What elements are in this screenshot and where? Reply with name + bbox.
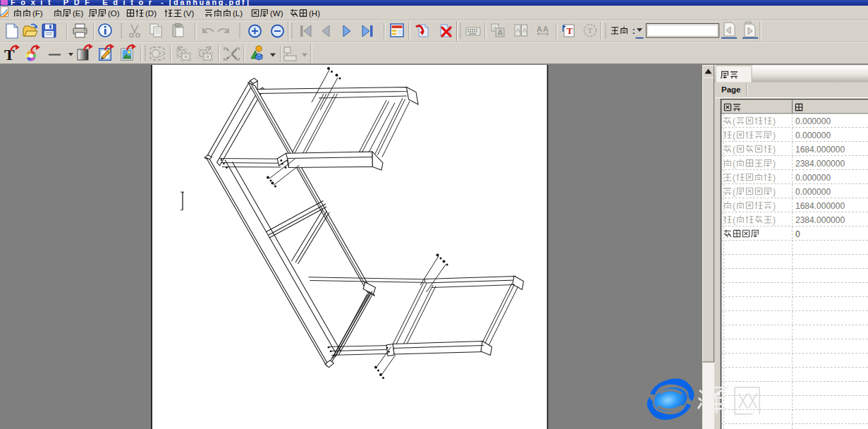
svg-text:): ) — [773, 116, 776, 126]
svg-text:(: ( — [733, 145, 735, 155]
svg-text:(D): (D) — [145, 9, 157, 18]
svg-text:): ) — [773, 173, 776, 183]
svg-text:A: A — [498, 28, 503, 37]
svg-text:(V): (V) — [183, 9, 195, 18]
svg-text:1684.000000: 1684.000000 — [795, 201, 845, 211]
svg-text:A: A — [516, 27, 520, 34]
svg-text:2384.000000: 2384.000000 — [795, 159, 845, 169]
svg-text:0.000000: 0.000000 — [795, 173, 831, 183]
svg-text:): ) — [773, 131, 776, 140]
svg-text:): ) — [773, 187, 776, 197]
svg-text:(O): (O) — [108, 9, 120, 18]
svg-text:T: T — [567, 25, 573, 36]
svg-text::: : — [632, 25, 635, 36]
svg-text:): ) — [773, 201, 776, 211]
svg-text:(: ( — [733, 116, 735, 126]
svg-text:0: 0 — [795, 229, 800, 239]
svg-text:(F): (F) — [32, 9, 43, 18]
svg-text:(L): (L) — [233, 9, 243, 18]
svg-text:T: T — [588, 26, 593, 35]
svg-text:0.000000: 0.000000 — [795, 187, 831, 197]
svg-text:): ) — [773, 159, 776, 169]
svg-text:A: A — [522, 27, 527, 34]
svg-text:2384.000000: 2384.000000 — [795, 215, 845, 225]
svg-text:(: ( — [733, 131, 735, 140]
svg-text:(: ( — [733, 215, 735, 225]
svg-text:A: A — [537, 25, 542, 33]
svg-text:(: ( — [733, 173, 735, 183]
svg-text:0.000000: 0.000000 — [795, 116, 831, 126]
svg-text:A: A — [543, 25, 549, 33]
svg-text:): ) — [773, 215, 776, 225]
svg-text:Page: Page — [721, 85, 741, 94]
svg-text:(: ( — [733, 201, 735, 211]
svg-text:(W): (W) — [270, 9, 283, 18]
svg-text:(: ( — [733, 187, 735, 197]
svg-text:T: T — [4, 46, 15, 64]
svg-text:0.000000: 0.000000 — [795, 131, 831, 140]
svg-text:): ) — [773, 145, 776, 155]
svg-text:(E): (E) — [73, 9, 84, 18]
svg-text:(H): (H) — [309, 9, 320, 18]
svg-text:1684.000000: 1684.000000 — [795, 145, 845, 155]
svg-text:(: ( — [733, 159, 735, 169]
